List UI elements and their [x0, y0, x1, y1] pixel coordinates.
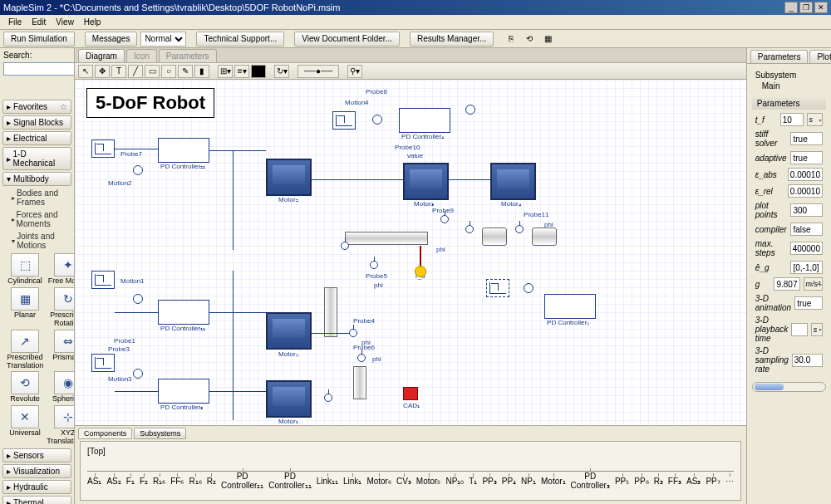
- motor-block[interactable]: [403, 163, 449, 200]
- palette-1d-mechanical[interactable]: ▸1-D Mechanical: [2, 147, 71, 170]
- hierarchy-item[interactable]: AS₁: [87, 477, 101, 486]
- diagram-canvas[interactable]: 5-DoF Robot Probe7 Motion2 PD Controller…: [75, 80, 746, 425]
- view-doc-folder-button[interactable]: View Document Folder...: [294, 32, 400, 46]
- pen-tool[interactable]: ✎: [178, 65, 193, 78]
- step-block[interactable]: [332, 111, 356, 130]
- sum-junction[interactable]: [465, 105, 475, 115]
- hierarchy-item[interactable]: Motor₅: [416, 477, 441, 486]
- joint-body[interactable]: [482, 228, 507, 246]
- link-cylinder[interactable]: [353, 366, 366, 399]
- messages-button[interactable]: Messages: [85, 32, 138, 46]
- hierarchy-item[interactable]: PD Controller₃: [571, 472, 610, 490]
- probe-icon[interactable]: [370, 261, 378, 269]
- probe-icon[interactable]: [357, 354, 366, 362]
- param-value[interactable]: [791, 323, 807, 336]
- hierarchy-item[interactable]: NP₁₀: [445, 477, 464, 486]
- horizontal-scroller[interactable]: [752, 382, 826, 392]
- component-prescribed-rotation[interactable]: ↻Prescribed Rotation: [47, 287, 75, 328]
- hierarchy-item[interactable]: Link₁: [343, 477, 361, 486]
- pan-tool[interactable]: ✥: [95, 65, 110, 78]
- component-planar[interactable]: ▦Planar: [7, 287, 43, 328]
- palette-favorites[interactable]: ▸Favorites: [2, 100, 71, 114]
- hierarchy-item[interactable]: PP₇: [706, 477, 720, 486]
- palette-sensors[interactable]: ▸Sensors: [2, 448, 71, 462]
- motor-block[interactable]: [266, 312, 312, 350]
- component-xyz-translational[interactable]: ⊹XYZ Translational: [47, 405, 75, 446]
- palette-hydraulic[interactable]: ▸Hydraulic: [2, 480, 71, 494]
- hierarchy-item[interactable]: PP₃: [482, 477, 496, 486]
- minimize-button[interactable]: _: [784, 2, 798, 13]
- mode-select[interactable]: Normal: [140, 32, 186, 46]
- component-spherical[interactable]: ◉Spherical: [47, 371, 75, 404]
- param-value[interactable]: true: [794, 296, 823, 310]
- toolbar-icon-3[interactable]: ▦: [540, 32, 555, 46]
- palette-signal-blocks[interactable]: ▸Signal Blocks: [2, 115, 71, 130]
- ellipse-tool[interactable]: ○: [161, 65, 176, 78]
- menu-help[interactable]: Help: [79, 16, 106, 28]
- param-unit[interactable]: s: [807, 113, 824, 126]
- step-block[interactable]: [91, 139, 115, 158]
- hierarchy-item[interactable]: F₂: [140, 477, 148, 486]
- motor-block[interactable]: [266, 159, 312, 196]
- hierarchy-item[interactable]: PP₆: [634, 477, 648, 486]
- align-tool[interactable]: ≡▾: [234, 65, 249, 78]
- pd-controller-block[interactable]: [544, 294, 596, 319]
- param-value[interactable]: 0.00010: [788, 184, 823, 198]
- hierarchy-item[interactable]: R₂: [207, 477, 216, 486]
- zoom-slider[interactable]: ──●──: [297, 65, 339, 78]
- param-value[interactable]: false: [790, 223, 823, 236]
- search-input[interactable]: [3, 62, 75, 76]
- hierarchy-item[interactable]: Link₁₁: [317, 477, 338, 486]
- cad-block[interactable]: [403, 387, 418, 400]
- hierarchy-item[interactable]: PP₅: [615, 477, 629, 486]
- hierarchy-item[interactable]: T₁: [469, 477, 477, 486]
- component-prismatic[interactable]: ⇔Prismatic: [47, 330, 75, 370]
- pointer-tool[interactable]: ↖: [78, 65, 93, 78]
- probe-icon[interactable]: [515, 225, 524, 233]
- joint-body[interactable]: [532, 228, 557, 246]
- component-prescribed-translation[interactable]: ↗Prescribed Translation: [7, 330, 43, 370]
- palette-visualization[interactable]: ▸Visualization: [2, 464, 71, 478]
- hierarchy-item[interactable]: AS₃: [686, 477, 701, 486]
- maximize-button[interactable]: ❐: [799, 2, 813, 13]
- sum-junction[interactable]: [133, 165, 143, 175]
- hierarchy-item[interactable]: AS₂: [106, 477, 120, 486]
- param-value[interactable]: 400000: [790, 242, 823, 255]
- line-tool[interactable]: ╱: [128, 65, 143, 78]
- param-unit[interactable]: m/s²: [804, 277, 824, 291]
- hierarchy-item[interactable]: R₁₆: [189, 477, 201, 486]
- pd-controller-block[interactable]: [158, 138, 209, 163]
- component-cylindrical[interactable]: ⬚Cylindrical: [7, 253, 43, 286]
- sum-junction[interactable]: [372, 115, 382, 125]
- bottom-tab-components[interactable]: Components: [78, 428, 132, 439]
- probe-icon[interactable]: [349, 329, 357, 337]
- hierarchy-strip[interactable]: [Top] AS₁AS₂F₁F₂R₁₆FF₆R₁₆R₂PD Controller…: [80, 441, 741, 501]
- bottom-tab-subsystems[interactable]: Subsystems: [134, 428, 186, 439]
- sum-junction[interactable]: [133, 369, 143, 379]
- hierarchy-item[interactable]: FF₃: [668, 477, 681, 486]
- link-cylinder[interactable]: [324, 287, 337, 337]
- step-block[interactable]: [91, 271, 115, 289]
- sum-junction[interactable]: [524, 283, 534, 293]
- menu-edit[interactable]: Edit: [27, 16, 51, 28]
- link-cylinder[interactable]: [345, 232, 428, 245]
- hierarchy-item[interactable]: PD Controller₁₁: [268, 472, 311, 490]
- hierarchy-item[interactable]: R₃: [654, 477, 663, 486]
- pd-controller-block[interactable]: [399, 108, 450, 133]
- component-free-motion[interactable]: ✦Free Motion: [47, 253, 75, 286]
- results-manager-button[interactable]: Results Manager...: [410, 32, 494, 46]
- paint-tool[interactable]: ▮: [194, 65, 209, 78]
- motor-block[interactable]: [490, 163, 536, 200]
- group-tool[interactable]: ⊞▾: [218, 65, 233, 78]
- toolbar-icon-1[interactable]: ⎘: [504, 32, 519, 46]
- probe-tool[interactable]: ⚲▾: [347, 65, 362, 78]
- pd-controller-block[interactable]: [158, 300, 209, 325]
- rect-tool[interactable]: ▭: [145, 65, 160, 78]
- pd-controller-block[interactable]: [158, 379, 209, 404]
- probe-icon[interactable]: [465, 225, 474, 233]
- text-tool[interactable]: T: [111, 65, 126, 78]
- subcat-forces[interactable]: Forces and Moments: [0, 208, 74, 230]
- param-value[interactable]: 10: [780, 113, 804, 126]
- toolbar-icon-2[interactable]: ⟲: [522, 32, 537, 46]
- param-value[interactable]: [0,-1,0]: [790, 261, 823, 274]
